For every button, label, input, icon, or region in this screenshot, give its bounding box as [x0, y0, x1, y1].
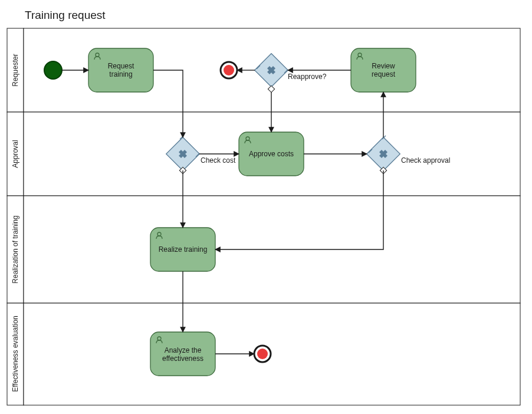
task-label-review-request-l1: Review	[372, 62, 395, 70]
start-event[interactable]	[44, 61, 62, 79]
lane-label-approval: Approval	[11, 140, 19, 167]
gateway-label-reapprove: Reapprove?	[288, 73, 327, 81]
gateway-label-check-approval: Check approval	[401, 156, 450, 165]
lane-label-requester: Requester	[11, 54, 19, 86]
task-label-request-training-l1: Request	[108, 62, 134, 70]
diagram-title: Training request	[25, 9, 106, 21]
lane-label-effectiveness: Effectiveness evaluation	[11, 316, 19, 392]
task-label-request-training-l2: training	[109, 70, 132, 78]
gateway-label-check-cost: Check cost	[201, 156, 236, 165]
lane-body-effectiveness	[24, 303, 520, 405]
task-label-review-request-l2: request	[372, 70, 396, 78]
task-label-approve-costs: Approve costs	[249, 150, 294, 158]
task-label-analyze-l1: Analyze the	[165, 346, 202, 354]
task-label-analyze-l2: effectiveness	[162, 354, 203, 363]
bpmn-diagram: Training request Requester Approval Real…	[0, 0, 532, 414]
svg-point-13	[257, 349, 268, 359]
lane-label-realization: Realization of training	[11, 215, 19, 283]
task-label-realize-training: Realize training	[159, 245, 208, 254]
svg-point-5	[224, 65, 234, 75]
